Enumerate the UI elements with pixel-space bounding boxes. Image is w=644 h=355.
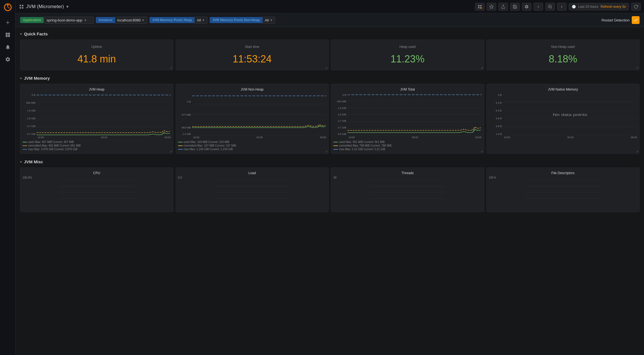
sidebar-alerts-icon[interactable] bbox=[3, 42, 13, 52]
nonheap-used-title: Non-Heap used bbox=[551, 45, 575, 49]
svg-rect-6 bbox=[480, 5, 481, 6]
next-button[interactable] bbox=[557, 3, 566, 11]
refresh-button[interactable] bbox=[631, 3, 641, 11]
resize-icon: ◢ bbox=[170, 149, 172, 152]
resize-icon: ◢ bbox=[481, 66, 483, 69]
jvm-memory-title: JVM Memory bbox=[24, 76, 50, 81]
jvm-memory-header[interactable]: ▾ JVM Memory bbox=[20, 76, 640, 81]
jvm-total-x-axis: 16:0000:0009:00 bbox=[333, 136, 482, 139]
restart-detection-checkbox[interactable] bbox=[632, 16, 640, 24]
threads-card: Threads 40 bbox=[331, 167, 484, 212]
time-range-display[interactable]: 🕐 Last 24 hours Refresh every 5s bbox=[569, 3, 629, 10]
jvm-misc-title: JVM Misc bbox=[24, 159, 43, 164]
quick-facts-header[interactable]: ▾ Quick Facts bbox=[20, 31, 640, 36]
sidebar-add-icon[interactable] bbox=[3, 18, 13, 28]
svg-marker-10 bbox=[490, 5, 493, 8]
instance-dropdown[interactable]: localhost:8080 ▼ bbox=[115, 17, 147, 24]
refresh-rate-label: Refresh every 5s bbox=[601, 5, 626, 9]
zoom-button[interactable] bbox=[545, 3, 555, 11]
collapse-icon: ▾ bbox=[20, 32, 22, 36]
jvm-heap-title: JVM Heap bbox=[23, 87, 171, 91]
start-time-value: 11:53:24 bbox=[233, 53, 272, 65]
jvm-nonheap-x-axis: 16:0000:0009:00 bbox=[178, 136, 326, 139]
jvm-native-y-axis: 1.0 B 0.8 B 0.6 B 0.4 B 0.2 B 0 B bbox=[489, 94, 503, 135]
jvm-heap-legend: used Max: 457 MiB Current: 457 MiB commi… bbox=[23, 140, 171, 151]
jvm-misc-header[interactable]: ▾ JVM Misc bbox=[20, 159, 640, 164]
uptime-title: Uptime bbox=[91, 45, 102, 49]
star-button[interactable] bbox=[487, 3, 496, 11]
file-descriptors-title: File Descriptors bbox=[489, 171, 637, 175]
sidebar-settings-icon[interactable] bbox=[3, 54, 13, 64]
heap-chevron-icon: ▼ bbox=[202, 19, 205, 22]
clock-icon: 🕐 bbox=[572, 5, 576, 9]
main-content: JVM (Micrometer) ▼ bbox=[16, 0, 644, 355]
file-descriptors-card: File Descriptors 100 K bbox=[486, 167, 640, 212]
save-button[interactable] bbox=[510, 3, 520, 11]
jvm-nonheap-legend: used Max: 103 MiB Current: 103 MiB commi… bbox=[178, 140, 326, 151]
jvm-nonheap-title: JVM Non-Heap bbox=[178, 87, 326, 91]
heap-label[interactable]: JVM Memory Pools Heap bbox=[149, 17, 195, 23]
instance-label[interactable]: Instance bbox=[96, 17, 115, 23]
jvm-total-legend: used Max: 561 MiB Current: 561 MiB commi… bbox=[333, 140, 482, 151]
dashboard-title[interactable]: JVM (Micrometer) ▼ bbox=[26, 4, 69, 9]
nonheap-chevron-icon: ▼ bbox=[270, 19, 273, 22]
cpu-title: CPU bbox=[23, 171, 171, 175]
application-dropdown[interactable]: spring-boot-demo-app ▼ bbox=[44, 17, 94, 24]
sidebar bbox=[0, 0, 16, 355]
cpu-top-label: 100.0% bbox=[23, 176, 171, 179]
restart-detection-group: Restart Detection bbox=[602, 16, 640, 24]
uptime-card: Uptime 41.8 min ◢ bbox=[20, 40, 173, 70]
time-range-label: Last 24 hours bbox=[578, 5, 599, 9]
svg-text:No data points: No data points bbox=[553, 113, 587, 116]
resize-icon: ◢ bbox=[481, 149, 483, 152]
load-title: Load bbox=[178, 171, 326, 175]
prev-button[interactable] bbox=[534, 3, 543, 11]
heap-dropdown[interactable]: All ▼ bbox=[195, 17, 207, 24]
title-chevron: ▼ bbox=[66, 4, 69, 9]
heap-used-card: Heap used 11.23% ◢ bbox=[331, 40, 484, 70]
grafana-logo[interactable] bbox=[3, 2, 13, 13]
collapse-icon: ▾ bbox=[20, 76, 22, 80]
heap-filter: JVM Memory Pools Heap All ▼ bbox=[149, 17, 207, 24]
add-panel-button[interactable] bbox=[475, 3, 485, 11]
jvm-native-title: JVM Native Memory bbox=[489, 87, 637, 91]
nonheap-label[interactable]: JVM Memory Pools Non-Heap bbox=[210, 17, 263, 23]
nonheap-used-value: 8.18% bbox=[549, 53, 577, 65]
instance-filter: Instance localhost:8080 ▼ bbox=[96, 17, 147, 24]
resize-icon: ◢ bbox=[170, 66, 172, 69]
jvm-native-x-axis: 16:0000:0009:00 bbox=[489, 136, 637, 139]
jvm-memory-charts: JVM Heap 4.7 GiB 3.7 GiB 2.8 GiB 1.9 GiB… bbox=[20, 84, 640, 154]
file-descriptors-top-label: 100 K bbox=[489, 176, 637, 179]
content-area: ▾ Quick Facts Uptime 41.8 min ◢ Start ti… bbox=[16, 27, 644, 355]
settings-button[interactable] bbox=[522, 3, 531, 11]
load-top-label: 5.0 bbox=[178, 176, 326, 179]
heap-used-value: 11.23% bbox=[391, 53, 425, 65]
share-button[interactable] bbox=[498, 3, 508, 11]
restart-detection-label: Restart Detection bbox=[602, 18, 630, 22]
heap-used-title: Heap used bbox=[400, 45, 416, 49]
load-card: Load 5.0 bbox=[176, 167, 329, 212]
jvm-heap-y-axis: 4.7 GiB 3.7 GiB 2.8 GiB 1.9 GiB 954 MiB … bbox=[23, 94, 37, 135]
jvm-heap-card: JVM Heap 4.7 GiB 3.7 GiB 2.8 GiB 1.9 GiB… bbox=[20, 84, 173, 154]
jvm-total-card: JVM Total 5.6 GiB 4.7 GiB 3.7 GiB 2.8 Gi… bbox=[331, 84, 484, 154]
application-label[interactable]: Application bbox=[20, 17, 44, 23]
resize-icon: ◢ bbox=[325, 149, 327, 152]
application-filter: Application spring-boot-demo-app ▼ bbox=[20, 17, 94, 24]
application-chevron-icon: ▼ bbox=[84, 19, 87, 22]
collapse-icon: ▾ bbox=[20, 160, 22, 164]
filter-bar: Application spring-boot-demo-app ▼ Insta… bbox=[16, 13, 644, 27]
jvm-nonheap-y-axis: 1.4 GiB 954 MiB 477 MiB 0 B bbox=[178, 94, 192, 135]
quick-facts-grid: Uptime 41.8 min ◢ Start time 11:53:24 ◢ … bbox=[20, 40, 640, 70]
jvm-heap-x-axis: 16:0000:0009:00 bbox=[23, 136, 171, 139]
svg-rect-7 bbox=[478, 7, 480, 8]
sidebar-dashboards-icon[interactable] bbox=[3, 30, 13, 40]
uptime-value: 41.8 min bbox=[78, 53, 116, 65]
nonheap-dropdown[interactable]: All ▼ bbox=[263, 17, 275, 24]
cpu-card: CPU 100.0% bbox=[20, 167, 173, 212]
threads-title: Threads bbox=[333, 171, 482, 175]
nonheap-used-card: Non-Heap used 8.18% ◢ bbox=[486, 40, 640, 70]
jvm-native-card: JVM Native Memory 1.0 B 0.8 B 0.6 B 0.4 … bbox=[486, 84, 640, 154]
jvm-nonheap-card: JVM Non-Heap 1.4 GiB 954 MiB 477 MiB 0 B bbox=[176, 84, 329, 154]
svg-rect-5 bbox=[478, 5, 480, 6]
svg-point-2 bbox=[7, 4, 8, 6]
